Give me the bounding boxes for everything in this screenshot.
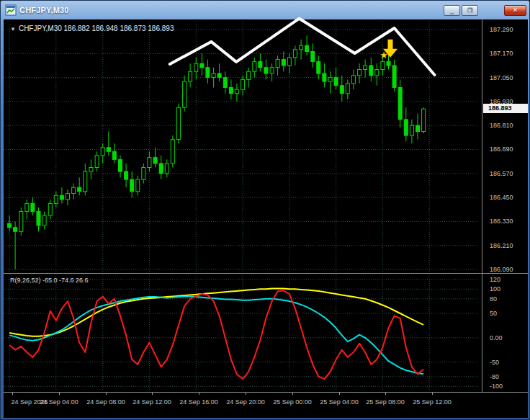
indicator-scale-label: 120 <box>490 276 500 283</box>
time-tick <box>339 393 340 395</box>
time-axis[interactable]: 24 Sep 202524 Sep 04:0024 Sep 08:0024 Se… <box>4 396 482 416</box>
time-axis-separator <box>4 392 528 393</box>
time-tick <box>292 393 293 395</box>
time-tick <box>246 393 246 395</box>
time-tick <box>59 393 60 395</box>
candles <box>8 35 426 269</box>
time-tick <box>199 393 199 395</box>
indicator-line-fast <box>9 290 423 379</box>
chart-ohlc-header: ▼CHFJPY,M30 186.882 186.948 186.873 186.… <box>10 24 174 32</box>
chart-window-icon <box>6 5 16 15</box>
indicator-grid <box>4 274 479 391</box>
indicator-scale-label: -50 <box>490 359 499 366</box>
indicator-separator[interactable] <box>4 273 528 274</box>
indicator-chart[interactable] <box>4 274 479 391</box>
minimize-button[interactable]: _ <box>444 5 460 16</box>
indicator-scale-label: 50 <box>490 310 497 317</box>
window-titlebar[interactable]: CHFJPY,M30 _ ❐ ✕ <box>4 2 526 18</box>
star-icon[interactable]: ★ <box>379 50 388 61</box>
time-label: 25 Sep 08:00 <box>361 398 410 406</box>
time-label: 25 Sep 12:00 <box>408 398 457 406</box>
indicator-scale-label: -100 <box>490 383 503 390</box>
close-button[interactable]: ✕ <box>504 5 526 16</box>
time-label: 25 Sep 04:00 <box>315 398 364 406</box>
chart-dropdown-icon[interactable]: ▼ <box>10 26 16 32</box>
indicator-scale-label: -80 <box>490 373 499 380</box>
application-window: CHFJPY,M30 _ ❐ ✕ ★ ▼CHFJPY,M30 186.882 1… <box>0 0 530 420</box>
time-label: 24 Sep 20:00 <box>221 398 270 406</box>
time-label: 25 Sep 00:00 <box>268 398 317 406</box>
indicator-scale-label: 0.00 <box>490 334 503 341</box>
chart-header-text: CHFJPY,M30 186.882 186.948 186.873 186.8… <box>19 24 174 32</box>
price-chart[interactable]: ★ <box>4 22 479 273</box>
window-controls: _ ❐ ✕ <box>442 5 526 16</box>
chart-client-area: ★ ▼CHFJPY,M30 186.882 186.948 186.873 18… <box>4 19 528 418</box>
time-label: 24 Sep 12:00 <box>127 398 176 406</box>
time-tick <box>152 393 153 395</box>
indicator-scale-label: 80 <box>490 295 497 303</box>
time-tick <box>106 393 107 395</box>
price-axis-separator <box>482 19 482 392</box>
time-tick <box>12 393 13 395</box>
indicator-scale-label: 100 <box>490 285 500 292</box>
time-tick <box>432 393 433 395</box>
time-tick <box>385 393 386 395</box>
time-label: 24 Sep 08:00 <box>81 398 130 406</box>
indicator-label: R(9,26,52) -65.0 -74.6 26.6 <box>10 277 89 284</box>
time-label: 24 Sep 04:00 <box>35 398 84 406</box>
indicator-axis[interactable]: 12010080500.00-50-80-100 <box>485 19 528 418</box>
restore-button[interactable]: ❐ <box>462 5 478 16</box>
time-label: 24 Sep 16:00 <box>174 398 223 406</box>
window-title: CHFJPY,M30 <box>19 6 69 14</box>
